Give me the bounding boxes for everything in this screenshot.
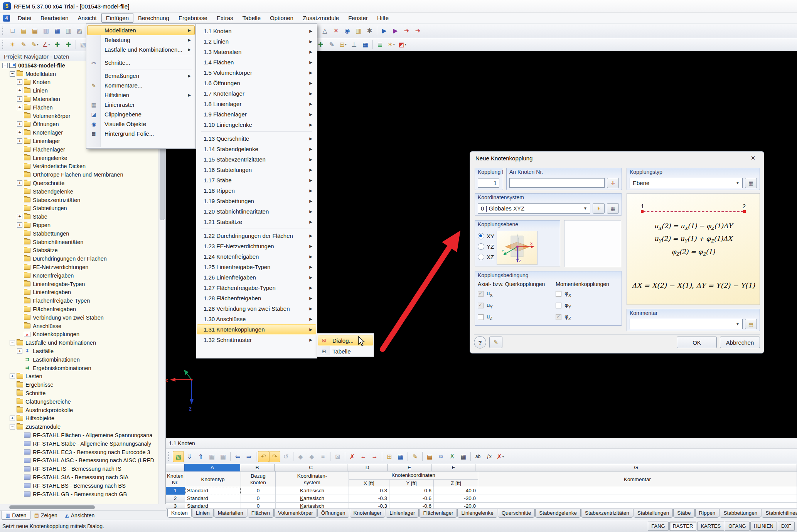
table-export-down-icon[interactable]: ⇓: [184, 451, 195, 462]
notes-icon[interactable]: ▤: [424, 451, 435, 462]
mark-3-icon[interactable]: ≡: [317, 451, 329, 462]
submenu-item-1-21-stabsätze[interactable]: 1.21 Stabsätze▶: [197, 217, 316, 227]
new-support-2-icon[interactable]: ✚: [63, 39, 74, 50]
at-node-input[interactable]: [509, 178, 605, 188]
tree-item-verbindung-von-zwei-stäben[interactable]: Verbindung von zwei Stäben: [0, 313, 165, 322]
tree-item-rf-stahl-stäbe-allgemeine-spannungsanaly[interactable]: RF-STAHL Stäbe - Allgemeine Spannungsana…: [0, 439, 165, 448]
column-letter-c[interactable]: C: [274, 464, 347, 471]
axis-onoff-icon[interactable]: ⊥: [349, 39, 360, 50]
table-tab-liniengelenke[interactable]: Liniengelenke: [457, 509, 497, 518]
clipboard-icon[interactable]: ▥: [63, 25, 74, 36]
submenu-item-1-32-schnittmuster[interactable]: 1.32 Schnittmuster▶: [197, 335, 316, 345]
next-table-icon[interactable]: ⇒: [243, 451, 254, 462]
submenu-item-1-19-stabbettungen[interactable]: 1.19 Stabbettungen▶: [197, 196, 316, 206]
status-toggle-kartes[interactable]: KARTES: [697, 522, 724, 531]
insert-menu-item-linienraster[interactable]: ▦Linienraster: [87, 100, 195, 109]
cell[interactable]: -0.3: [349, 495, 389, 502]
view-grid-icon[interactable]: ▦: [395, 451, 406, 462]
condition-x[interactable]: φX: [556, 288, 609, 300]
insert-menu-item-kommentare[interactable]: ✎Kommentare...: [87, 81, 195, 90]
tree-item-stäbe[interactable]: +Stäbe: [0, 212, 165, 221]
expand-icon[interactable]: +: [17, 130, 22, 135]
new-line-icon[interactable]: ✎: [18, 39, 29, 50]
submenu-item-1-8-linienlager[interactable]: 1.8 Linienlager▶: [197, 99, 316, 109]
menu-fenster[interactable]: Fenster: [344, 13, 372, 23]
navigator-tab-daten[interactable]: ▥Daten: [2, 511, 30, 520]
cell[interactable]: [478, 503, 797, 508]
submenu-item-1-6-öffnungen[interactable]: 1.6 Öffnungen▶: [197, 78, 316, 88]
new-node-icon[interactable]: ✶: [7, 39, 18, 50]
submenu-item-1-5-volumenkörper[interactable]: 1.5 Volumenkörper▶: [197, 67, 316, 78]
function-icon[interactable]: ƒx: [484, 451, 495, 462]
tree-item-querschnitte[interactable]: +Querschnitte: [0, 179, 165, 187]
ok-button[interactable]: OK: [677, 337, 717, 348]
condition-y[interactable]: φY: [556, 300, 609, 311]
new-visual-icon[interactable]: ✶▾: [386, 39, 397, 50]
cell[interactable]: -0.6: [389, 503, 434, 508]
chart-2-icon[interactable]: ▦: [217, 451, 229, 462]
new-line-type-icon[interactable]: ✎▾: [29, 39, 40, 50]
tree-item-stabbettungen[interactable]: Stabbettungen: [0, 229, 165, 238]
column-letter-a[interactable]: A: [184, 464, 240, 471]
table-import-up-icon[interactable]: ⇑: [195, 451, 206, 462]
checkbox-unchecked-icon[interactable]: [556, 291, 561, 297]
tree-item-rf-stahl-is-bemessung-nach-is[interactable]: RF-STAHL IS - Bemessung nach IS: [0, 465, 165, 473]
edit-cell-icon[interactable]: ✎: [409, 451, 421, 462]
expand-icon[interactable]: +: [17, 88, 22, 93]
tree-item-knotenfreigaben[interactable]: Knotenfreigaben: [0, 271, 165, 280]
coordinate-system-select[interactable]: 0 | Globales XYZ ▼: [478, 203, 590, 214]
insert-menu-item-clippingebene[interactable]: ◪Clippingebene: [87, 109, 195, 119]
tree-item-linienfreigaben[interactable]: Linienfreigaben: [0, 288, 165, 297]
menu-tabelle[interactable]: Tabelle: [238, 13, 265, 23]
checkbox-checked-icon[interactable]: [478, 291, 484, 297]
expand-icon[interactable]: +: [17, 180, 22, 186]
tree-item-rf-stahl-gb-bemessung-nach-gb[interactable]: RF-STAHL GB - Bemessung nach GB: [0, 490, 165, 498]
tree-item-lastfälle[interactable]: +↧Lastfälle: [0, 347, 165, 355]
submenu-item-1-15-stabexzentrizitäten[interactable]: 1.15 Stabexzentrizitäten▶: [197, 154, 316, 165]
save-as-icon[interactable]: ▥: [40, 25, 52, 36]
submenu-item-1-22-durchdringungen-der-flächen[interactable]: 1.22 Durchdringungen der Flächen▶: [197, 231, 316, 241]
tree-item-veränderliche-dicken[interactable]: Veränderliche Dicken: [0, 162, 165, 171]
status-toggle-dxf[interactable]: DXF: [778, 522, 795, 531]
menu-ansicht[interactable]: Ansicht: [73, 13, 101, 23]
collapse-icon[interactable]: −: [10, 424, 15, 429]
cell[interactable]: Kartesisch: [276, 503, 349, 508]
tree-item-rf-stahl-sia-bemessung-nach-sia[interactable]: RF-STAHL SIA - Bemessung nach SIA: [0, 473, 165, 481]
cell[interactable]: [478, 495, 797, 502]
condition-uz[interactable]: uZ: [478, 311, 545, 323]
tree-item-schnitte[interactable]: Schnitte: [0, 389, 165, 397]
status-toggle-hlinien[interactable]: HLINIEN: [750, 522, 777, 531]
context-item-tabelle[interactable]: ⊞Tabelle: [318, 346, 373, 357]
row-number-cell[interactable]: 1: [166, 487, 185, 495]
info-icon[interactable]: ◉: [342, 25, 353, 36]
checkbox-unchecked-icon[interactable]: [478, 314, 484, 320]
tree-item-linienfreigabe-typen[interactable]: Linienfreigabe-Typen: [0, 280, 165, 288]
table-tab-knoten[interactable]: Knoten: [167, 509, 192, 518]
new-support-icon[interactable]: ✚: [52, 39, 63, 50]
help-button[interactable]: ?: [474, 336, 486, 348]
submenu-item-1-30-anschlüsse[interactable]: 1.30 Anschlüsse▶: [197, 314, 316, 324]
table-tab-linienlager[interactable]: Linienlager: [386, 509, 419, 518]
column-letter-b[interactable]: B: [240, 464, 275, 471]
table-tab-öffnungen[interactable]: Öffnungen: [317, 509, 349, 518]
tree-item-lasten[interactable]: +Lasten: [0, 372, 165, 380]
table-tab-stabnichtlinearitäten[interactable]: Stabnichtlinearitäten: [762, 509, 797, 518]
insert-menu-item-hilfslinien[interactable]: Hilfslinien▶: [87, 90, 195, 100]
mirror-icon[interactable]: △: [319, 25, 330, 36]
plane-option-xy[interactable]: XY: [478, 231, 494, 241]
submenu-item-1-3-materialien[interactable]: 1.3 Materialien▶: [197, 47, 316, 57]
expand-icon[interactable]: +: [17, 79, 22, 85]
insert-menu-item-visuelle-objekte[interactable]: ◉Visuelle Objekte: [87, 119, 195, 129]
check-icon[interactable]: ∞: [435, 451, 447, 462]
plane-option-yz[interactable]: YZ: [478, 241, 494, 252]
comment-combobox[interactable]: ▼: [630, 319, 743, 329]
table-tab-rippen[interactable]: Rippen: [695, 509, 719, 518]
expand-icon[interactable]: +: [17, 222, 22, 228]
submenu-item-1-17-stäbe[interactable]: 1.17 Stäbe▶: [197, 175, 316, 185]
delete-row-icon[interactable]: ✗: [347, 451, 358, 462]
new-polyline-icon[interactable]: ∠▾: [40, 39, 52, 50]
tree-item-rf-stahl-ec3-bemessung-nach-eurocode-3[interactable]: RF-STAHL EC3 - Bemessung nach Eurocode 3: [0, 448, 165, 456]
status-toggle-ofang[interactable]: OFANG: [725, 522, 750, 531]
comment-manager-button[interactable]: ▤: [745, 319, 757, 329]
draw-icon[interactable]: ✎: [326, 39, 337, 50]
